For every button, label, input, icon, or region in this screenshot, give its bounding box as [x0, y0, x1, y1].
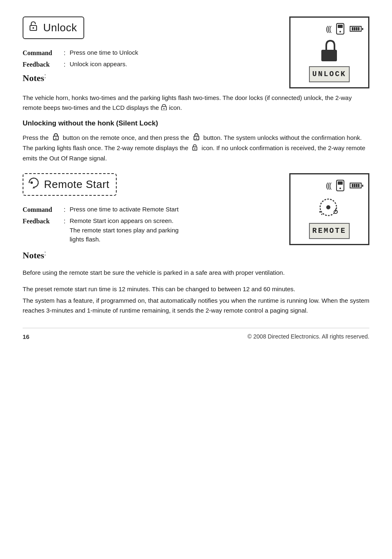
- remote-command-label: Command: [23, 205, 64, 215]
- unlock-command-label: Command: [23, 48, 64, 58]
- unlock-lcd-display: (((: [289, 16, 369, 88]
- remote-notes-row: Notes :: [23, 248, 281, 262]
- unlock-icon-inline2: [191, 144, 198, 153]
- remote-start-icon: [28, 177, 40, 192]
- page-number: 16: [23, 332, 30, 342]
- signal-waves-icon2: (((: [326, 180, 331, 191]
- lock-icon: [28, 20, 39, 35]
- remote-feedback-row: Feedback : Remote Start icon appears on …: [23, 216, 281, 244]
- svg-rect-3: [338, 25, 343, 28]
- silent-lock-subheading: Unlocking without the honk (Silent Lock): [23, 118, 369, 129]
- lock-button-icon-inline: [52, 133, 60, 143]
- svg-point-17: [339, 188, 341, 189]
- unlock-title: Unlock: [43, 20, 77, 36]
- battery-icon2: [350, 183, 363, 188]
- unlock-body1: The vehicle horn, honks two-times and th…: [23, 93, 369, 113]
- unlock-lcd-word: UNLOCK: [309, 66, 350, 82]
- remote-start-title: Remote Start: [44, 176, 109, 193]
- svg-point-7: [164, 108, 165, 109]
- remote-command-row: Command : Press one time to activate Rem…: [23, 205, 281, 215]
- unlock-feedback-value: Unlock icon appears.: [69, 60, 127, 69]
- unlock-icon-svg: [28, 20, 39, 32]
- unlock-lcd-icon: [315, 38, 344, 63]
- unlock-section-header: Unlock: [23, 16, 84, 39]
- unlock-notes-row: Notes :: [23, 71, 281, 85]
- copyright-text: © 2008 Directed Electronics. All rights …: [247, 332, 369, 341]
- unlock-feedback-row: Feedback : Unlock icon appears.: [23, 60, 281, 70]
- svg-point-9: [55, 138, 56, 139]
- signal-waves-icon: (((: [326, 23, 331, 35]
- unlock-command-value: Press one time to Unlock: [69, 48, 138, 58]
- remote-notes-label: Notes: [23, 248, 44, 262]
- remote-start-body2: The preset remote start run time is 12 m…: [23, 284, 369, 294]
- remote-start-lcd-display: (((: [289, 173, 369, 245]
- remote-device-icon2: [334, 179, 346, 192]
- svg-rect-5: [321, 50, 337, 61]
- svg-point-11: [196, 138, 197, 139]
- svg-point-19: [326, 205, 330, 209]
- padlock-open-svg: [317, 37, 342, 64]
- svg-point-1: [32, 27, 34, 29]
- svg-point-14: [30, 181, 33, 184]
- remote-start-section-header: Remote Start: [23, 173, 117, 196]
- remote-feedback-value: Remote Start icon appears on screen. The…: [69, 216, 178, 244]
- remote-feedback-label: Feedback: [23, 216, 64, 226]
- unlock-body2: Press the button on the remote once, and…: [23, 133, 369, 164]
- svg-rect-16: [338, 181, 343, 185]
- unlock-cmd-table: Command : Press one time to Unlock Feedb…: [23, 48, 281, 85]
- unlock-feedback-label: Feedback: [23, 60, 64, 70]
- remote-start-icon-svg: [316, 196, 343, 219]
- remote-start-body1: Before using the remote start be sure th…: [23, 268, 369, 278]
- svg-point-4: [339, 31, 341, 32]
- unlock-command-row: Command : Press one time to Unlock: [23, 48, 281, 58]
- svg-point-13: [194, 148, 196, 149]
- remote-start-lcd-icon: [315, 195, 344, 220]
- unlock-lcd-top-row: (((: [295, 23, 363, 35]
- unlock-notes-label: Notes: [23, 71, 44, 85]
- unlock-button-icon-inline: [193, 133, 200, 143]
- svg-point-23: [321, 213, 323, 215]
- lock-inline-icon: [161, 103, 167, 113]
- svg-point-22: [319, 211, 321, 213]
- remote-lcd-top-row: (((: [295, 179, 363, 192]
- remote-device-icon: [334, 23, 346, 35]
- page-footer: 16 © 2008 Directed Electronics. All righ…: [23, 328, 369, 342]
- battery-icon: [350, 26, 363, 32]
- remote-start-cmd-table: Command : Press one time to activate Rem…: [23, 205, 281, 244]
- remote-lcd-word: REMOTE: [309, 223, 350, 239]
- remote-command-value: Press one time to activate Remote Start: [69, 205, 178, 214]
- remote-start-body3: The system has a feature, if programmed …: [23, 296, 369, 315]
